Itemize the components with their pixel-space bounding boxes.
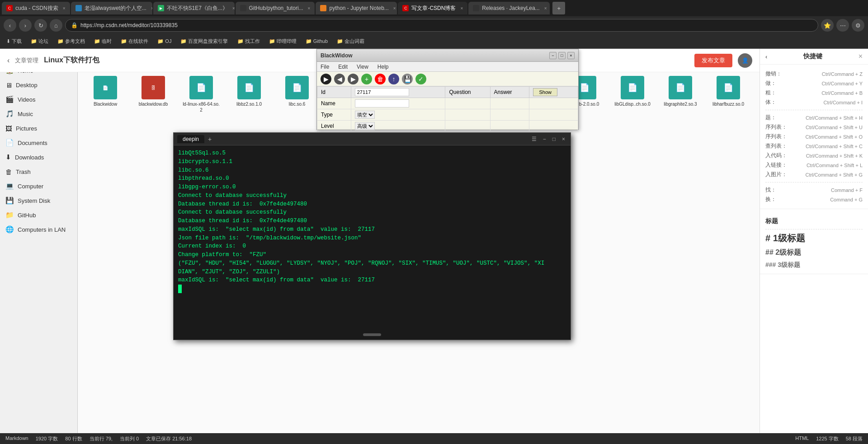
terminal-minimize-button[interactable]: − (541, 135, 548, 143)
table-row-name: Name (317, 98, 578, 109)
tab-label-releases: Releases · JackeyLea... (482, 5, 539, 11)
tab-csdn[interactable]: C 写文章-CSDN博客 × (398, 2, 467, 14)
bookmark-jinshan[interactable]: 📁 金山词霸 (334, 37, 367, 46)
sidebar-item-downloads[interactable]: ⬇ Downloads (0, 150, 77, 164)
status-format: Markdown (5, 435, 28, 442)
type-select[interactable]: 填空 (355, 111, 375, 119)
col-question: Question (445, 87, 490, 98)
sidebar-item-github-fs[interactable]: 📁 GitHub (0, 208, 77, 222)
tab-releases[interactable]: Releases · JackeyLea... × (468, 2, 550, 14)
new-tab-button[interactable]: + (552, 2, 565, 14)
tab-icon-cuda: C (6, 5, 13, 11)
settings-button[interactable]: ⚙ (852, 19, 864, 32)
tab-video[interactable]: ▶ 不吐不快S1E7《白鱼...》 × (153, 2, 235, 14)
tab-close-video[interactable]: × (232, 6, 235, 11)
github-fs-icon: 📁 (5, 211, 14, 219)
tab-close-cuda[interactable]: × (63, 6, 66, 11)
forward-button[interactable]: › (19, 19, 32, 32)
sidebar-item-systemdisk[interactable]: 💾 System Disk (0, 193, 77, 208)
close-button[interactable]: × (567, 52, 575, 59)
address-box[interactable]: 🔒 https://mp.csdn.net/mdeditor/103339835 (65, 19, 818, 32)
file-item-blackwidow-db[interactable]: 🗄 blackwidow.db (133, 74, 174, 426)
bookmark-button[interactable]: ⭐ (821, 19, 834, 32)
show-button[interactable]: Show (533, 88, 557, 96)
sidebar-item-computer[interactable]: 💻 Computer (0, 179, 77, 193)
tab-close-csdn[interactable]: × (460, 6, 463, 11)
bw-upload-button[interactable]: ↑ (388, 74, 399, 84)
restore-button[interactable]: □ (558, 52, 566, 59)
terminal-new-tab-button[interactable]: + (206, 136, 213, 143)
file-item-libharfbuzz[interactable]: 📄 libharfbuzz.so.0 (708, 74, 749, 426)
minimize-button[interactable]: − (549, 52, 557, 59)
bookmark-toolbar: ⬇ 下载 📁 论坛 📁 参考文档 📁 临时 📁 在线软件 📁 OJ 📁 百度网盘… (0, 34, 868, 49)
menu-button[interactable]: ⋯ (836, 19, 849, 32)
shortcut-ulist-label: 序列表： (765, 123, 787, 131)
menu-edit[interactable]: Edit (336, 63, 349, 71)
menu-file[interactable]: File (319, 63, 331, 71)
tab-icon-video: ▶ (158, 5, 164, 11)
csdn-panel-back[interactable]: ‹ (765, 53, 767, 60)
tab-jupyter[interactable]: python - Jupyter Noteb... × (316, 2, 397, 14)
csdn-panel-close[interactable]: × (859, 52, 863, 61)
tab-cuda[interactable]: C cuda - CSDN搜索 × (2, 2, 70, 14)
terminal-maximize-button[interactable]: □ (551, 135, 557, 143)
sidebar-item-trash[interactable]: 🗑 Trash (0, 164, 77, 179)
terminal-close-button[interactable]: × (560, 135, 567, 143)
bookmark-forum[interactable]: 📁 论坛 (28, 37, 51, 46)
name-input[interactable] (355, 99, 409, 107)
bookmark-oj[interactable]: 📁 OJ (155, 37, 174, 45)
bw-back-button[interactable]: ◀ (334, 74, 345, 84)
tab-close-releases[interactable]: × (544, 6, 547, 11)
terminal-menu-button[interactable]: ☰ (530, 135, 538, 143)
file-item-libGL[interactable]: 📄 libGLdisp..ch.so.0 (612, 74, 653, 426)
tab-close-jupyter[interactable]: × (393, 6, 396, 11)
cell-type-select[interactable]: 填空 (351, 109, 445, 121)
tab-close-github[interactable]: × (308, 6, 311, 11)
home-button[interactable]: ⌂ (50, 19, 62, 32)
terminal-body[interactable]: libQt5Sql.so.5 libcrypto.so.1.1 libc.so.… (174, 145, 571, 340)
bookmark-refdoc[interactable]: 📁 参考文档 (55, 37, 88, 46)
sidebar-item-desktop[interactable]: 🖥 Desktop (0, 78, 77, 92)
menu-help[interactable]: Help (376, 63, 391, 71)
csdn-back-arrow[interactable]: ‹ (7, 56, 9, 65)
bw-forward-button[interactable]: ▶ (348, 74, 359, 84)
cell-name-input[interactable] (351, 98, 445, 109)
sidebar-item-music[interactable]: 🎵 Music (0, 107, 77, 121)
tab-laoshi[interactable]: 老湿alwayswet的个人空... × (71, 2, 152, 14)
bookmark-software[interactable]: 📁 在线软件 (118, 37, 151, 46)
terminal-tab-main[interactable]: deepin (177, 135, 204, 143)
bookmark-github[interactable]: 📁 Github (303, 37, 330, 45)
bookmark-job[interactable]: 📁 找工作 (235, 37, 263, 46)
menu-view[interactable]: View (355, 63, 370, 71)
tab-label-csdn: 写文章-CSDN博客 (411, 5, 456, 12)
bw-check-button[interactable]: ✓ (415, 74, 426, 84)
bw-add-button[interactable]: + (361, 74, 372, 84)
csdn-publish-button[interactable]: 发布文章 (694, 54, 732, 67)
shortcut-redo-label: 做： (765, 79, 776, 87)
tab-close-laoshi[interactable]: × (151, 6, 152, 11)
file-item-libgraphite[interactable]: 📄 libgraphite2.so.3 (660, 74, 701, 426)
tab-github[interactable]: GitHub/python_tutori... × (236, 2, 315, 14)
refresh-button[interactable]: ↻ (34, 19, 47, 32)
bookmark-bili[interactable]: 📁 哔哩哔哩 (266, 37, 299, 46)
back-button[interactable]: ‹ (4, 19, 16, 32)
bookmark-download[interactable]: ⬇ 下载 (4, 37, 24, 46)
systemdisk-icon: 💾 (5, 196, 14, 205)
sidebar-item-pictures[interactable]: 🖼 Pictures (0, 121, 77, 136)
videos-icon: 🎬 (5, 95, 14, 103)
bookmark-temp[interactable]: 📁 临时 (91, 37, 114, 46)
bw-delete-button[interactable]: 🗑 (375, 74, 386, 84)
blackwidow-titlebar: BlackWidow − □ × (317, 49, 578, 62)
cell-level-select[interactable]: 高级 (351, 121, 445, 132)
level-select[interactable]: 高级 (355, 122, 375, 130)
file-item-blackwidow[interactable]: 📄 Blackwidow (85, 74, 126, 426)
sidebar-item-documents[interactable]: 📄 Documents (0, 136, 77, 150)
id-input[interactable] (355, 88, 409, 96)
sidebar-item-videos[interactable]: 🎬 Videos (0, 92, 77, 107)
bookmark-baidu[interactable]: 📁 百度网盘搜索引擎 (178, 37, 231, 46)
bw-save-button[interactable]: 💾 (402, 74, 413, 84)
terminal-tabs: deepin + (177, 135, 213, 143)
sidebar-item-lan[interactable]: 🌐 Computers in LAN (0, 222, 77, 237)
bw-play-button[interactable]: ▶ (321, 74, 331, 84)
terminal-scrollbar[interactable] (363, 333, 381, 336)
